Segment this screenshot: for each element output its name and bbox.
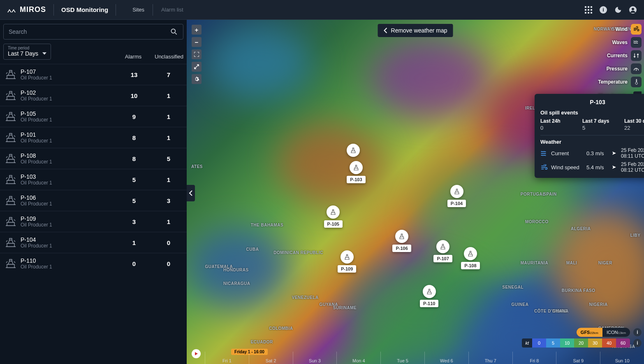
layer-pressure[interactable]: Pressure [607, 63, 642, 74]
stat-label: Last 7 days [582, 118, 613, 124]
waves-icon [631, 37, 642, 48]
asset-unclassified: 1 [155, 113, 182, 120]
platform-icon [350, 161, 363, 174]
asset-subtitle: Oil Producer 1 [21, 96, 121, 102]
layer-wind[interactable]: Wind [616, 24, 642, 35]
wind-icon [631, 24, 642, 35]
search-input[interactable] [9, 28, 170, 35]
platform-icon [395, 230, 408, 243]
layer-temperature[interactable]: Temperature [598, 77, 642, 87]
timeline-day[interactable]: Sun 10 [600, 352, 644, 364]
asset-subtitle: Oil Producer 1 [21, 75, 121, 81]
svg-rect-5 [591, 9, 592, 11]
map[interactable]: NORWAYSWEDENUNITED KINGDOMIRELANDGERMANY… [187, 20, 644, 364]
model-icon[interactable]: ICON13km [602, 328, 630, 337]
asset-row[interactable]: P-110Oil Producer 100 [0, 253, 187, 274]
layer-waves[interactable]: Waves [612, 37, 642, 48]
stat-label: Last 24h [540, 118, 571, 124]
remove-weather-button[interactable]: Remove weather map [378, 24, 453, 37]
sidebar: Time period Last 7 Days Alarms Unclassif… [0, 20, 187, 364]
asset-name: P-102 [21, 89, 121, 96]
weather-timestamp: 25 Feb 2025 08:12 UTC [621, 161, 644, 173]
asset-unclassified: 3 [155, 197, 182, 204]
svg-line-14 [175, 33, 177, 35]
asset-name: P-103 [21, 173, 121, 180]
divider [53, 4, 54, 16]
map-marker[interactable]: P-109 [338, 250, 356, 273]
asset-subtitle: Oil Producer 1 [21, 264, 121, 270]
asset-name: P-108 [21, 152, 121, 159]
marker-label: P-108 [461, 262, 480, 269]
asset-row[interactable]: P-108Oil Producer 185 [0, 148, 187, 169]
asset-alarms: 9 [121, 113, 147, 120]
map-marker[interactable]: P-105 [324, 205, 343, 228]
search-icon [170, 28, 178, 36]
timeline-track[interactable]: Friday 1 - 16:00 Fri 1Sat 2Sun 3Mon 4Tue… [205, 352, 644, 364]
platform-icon [5, 238, 16, 247]
zoom-out-button[interactable]: − [192, 37, 202, 47]
legend-info-button[interactable]: i [633, 339, 642, 347]
asset-row[interactable]: P-104Oil Producer 110 [0, 232, 187, 253]
marker-label: P-106 [392, 245, 411, 252]
weather-row: Current0.3 m/s25 Feb 2025 08:11 UTC [540, 147, 644, 159]
tab-sites[interactable]: Sites [128, 4, 148, 16]
top-nav: MIROS OSD Monitoring Sites Alarm list i [0, 0, 644, 20]
timeline-day[interactable]: Sat 9 [556, 352, 600, 364]
asset-row[interactable]: P-105Oil Producer 191 [0, 106, 187, 127]
model-gfs[interactable]: GFS22km [577, 328, 602, 337]
settings-button[interactable] [192, 74, 202, 84]
apps-icon[interactable] [584, 5, 593, 14]
asset-row[interactable]: P-109Oil Producer 131 [0, 211, 187, 232]
dark-mode-icon[interactable] [614, 5, 623, 14]
timeline-day[interactable]: Tue 5 [380, 352, 424, 364]
asset-alarms: 13 [121, 71, 147, 78]
timeline-day[interactable]: Mon 4 [336, 352, 380, 364]
timeline-day[interactable]: Wed 6 [424, 352, 468, 364]
layer-currents[interactable]: Currents [607, 50, 642, 61]
asset-unclassified: 0 [155, 260, 182, 267]
pressure-icon [631, 63, 642, 74]
svg-rect-1 [588, 6, 589, 8]
platform-icon [423, 285, 436, 298]
popup-title: P-103 [540, 99, 644, 105]
marker-label: P-107 [433, 255, 452, 262]
timeline[interactable]: Friday 1 - 16:00 Fri 1Sat 2Sun 3Mon 4Tue… [187, 348, 644, 364]
asset-row[interactable]: P-107Oil Producer 1137 [0, 64, 187, 85]
map-marker[interactable]: P-110 [420, 285, 438, 307]
search-box[interactable] [3, 24, 183, 40]
asset-row[interactable]: P-103Oil Producer 151 [0, 169, 187, 190]
weather-value: 5.4 m/s [586, 164, 608, 170]
timeline-day[interactable]: Sun 3 [293, 352, 337, 364]
timeline-day[interactable]: Fri 8 [512, 352, 556, 364]
asset-unclassified: 0 [155, 239, 182, 246]
fullscreen-button[interactable] [192, 49, 202, 59]
map-marker[interactable]: P-106 [392, 230, 411, 252]
map-marker[interactable]: P-104 [447, 185, 466, 207]
timeline-day[interactable]: Sat 2 [249, 352, 293, 364]
account-icon[interactable] [628, 5, 637, 14]
current-icon [540, 150, 548, 156]
map-marker[interactable]: P-108 [461, 247, 480, 269]
model-info-button[interactable]: i [633, 328, 642, 336]
collapse-sidebar-button[interactable] [187, 185, 195, 201]
timeline-day[interactable]: Thu 7 [468, 352, 512, 364]
asset-row[interactable]: P-102Oil Producer 1101 [0, 85, 187, 106]
tab-alarm-list[interactable]: Alarm list [157, 4, 187, 16]
logo-icon [7, 5, 16, 15]
asset-row[interactable]: P-106Oil Producer 153 [0, 190, 187, 211]
time-period-dropdown[interactable]: Time period Last 7 Days [3, 44, 51, 60]
temperature-icon [631, 77, 642, 87]
map-marker[interactable]: P-103 [347, 161, 365, 183]
info-icon[interactable]: i [599, 5, 608, 14]
timeline-day[interactable]: Fri 1 [205, 352, 249, 364]
play-button[interactable] [192, 349, 201, 358]
expand-button[interactable] [192, 62, 202, 72]
asset-alarms: 0 [121, 260, 147, 267]
legend-stop: 0 [532, 338, 546, 348]
asset-name: P-104 [21, 236, 121, 243]
asset-row[interactable]: P-101Oil Producer 181 [0, 127, 187, 148]
model-selector[interactable]: GFS22km ICON13km [577, 328, 630, 337]
map-marker[interactable]: P-107 [433, 240, 452, 262]
zoom-in-button[interactable]: + [192, 25, 202, 35]
platform-icon[interactable] [347, 144, 360, 157]
